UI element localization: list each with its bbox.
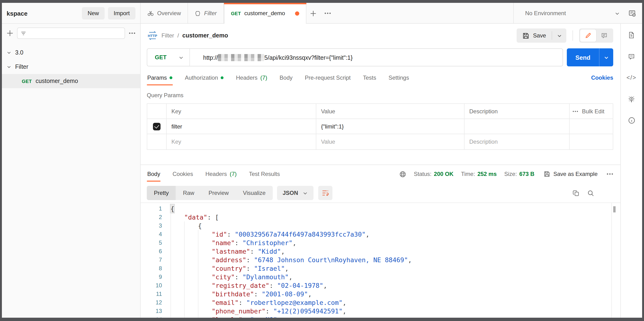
request-tab-body[interactable]: Body [279,70,293,85]
sidebar-item-3-0[interactable]: 3.0 [2,46,140,60]
send-button[interactable]: Send [567,48,599,66]
view-mode-switcher: PrettyRawPreviewVisualize [147,186,273,200]
param-placeholder-cell[interactable]: Description [464,134,570,149]
chevron-down-icon[interactable] [615,11,620,16]
format-select[interactable]: JSON [277,186,313,200]
wrap-line-button[interactable] [318,186,332,200]
globe-icon[interactable] [399,171,406,178]
request-tab-params[interactable]: Params [147,70,173,85]
search-icon[interactable] [587,190,594,197]
response-more-button[interactable] [606,173,613,175]
response-tab-test-results[interactable]: Test Results [248,167,280,182]
view-mode-pretty[interactable]: Pretty [147,186,176,200]
request-tab-pre-request-script[interactable]: Pre-request Script [304,70,351,85]
indent-guide [170,307,184,315]
indent-guide [184,290,198,298]
save-options-button[interactable] [552,29,566,43]
tab-method-label: GET [231,11,241,16]
code-token: , [308,290,312,298]
indent-guide [184,315,198,318]
sidebar-more-button[interactable] [129,32,136,34]
chevron-down-icon [302,190,308,196]
param-placeholder-cell[interactable]: Value [316,134,464,149]
tab-strip: OverviewFilterGETcustomer_demo [141,3,513,24]
code-snippet-button[interactable]: </> [624,70,638,85]
info-icon [628,117,635,124]
cookies-link[interactable]: Cookies [591,74,613,81]
sidebar-item-customer-demo[interactable]: GETcustomer_demo [2,74,140,88]
scrollbar-thumb[interactable] [613,206,616,212]
method-select[interactable]: GET [147,49,190,66]
header-count: (7) [260,74,267,81]
checkbox-checked[interactable] [153,123,160,130]
response-tab-headers[interactable]: Headers(7) [205,167,237,182]
code-token: : [254,290,262,298]
comments-button[interactable] [624,49,638,64]
line-number: 12 [147,298,162,307]
tab-overview[interactable]: Overview [141,3,188,24]
indent-guide [184,273,198,281]
environment-quick-look-icon[interactable] [628,9,636,17]
edit-mode-button[interactable] [580,29,596,42]
line-number: 14 [147,315,162,318]
tab-customer-demo[interactable]: GETcustomer_demo [224,3,306,24]
comment-button[interactable] [596,29,612,42]
sidebar-filter-box[interactable] [17,28,125,39]
tab-filter[interactable]: Filter [188,3,224,24]
view-mode-preview[interactable]: Preview [202,186,236,200]
breadcrumb-parent[interactable]: Filter [162,32,174,39]
sidebar-filter-input[interactable] [29,30,122,37]
code-line: 4"id": "000329567a744f6497a843993fcc7a30… [147,230,620,239]
code-line: 3{ [147,221,620,230]
chevron-down-icon [604,55,609,60]
info-button[interactable] [624,113,638,128]
code-line: 2"data": [ [147,213,620,221]
url-input[interactable]: http://5/api/kci93nssqxv?filter={"limit"… [190,54,352,61]
import-button[interactable]: Import [108,7,136,20]
response-tab-cookies[interactable]: Cookies [172,167,194,182]
request-tab-headers[interactable]: Headers(7) [236,70,268,85]
param-cell[interactable]: filter [167,119,316,134]
code-token: "id" [212,230,227,239]
indent-guide [184,221,198,230]
documentation-button[interactable] [624,28,638,43]
indent-guide [184,247,198,256]
view-mode-visualize[interactable]: Visualize [236,186,273,200]
param-cell[interactable]: {"limit":1} [316,119,464,134]
param-cell[interactable] [464,119,570,134]
response-body-editor[interactable]: 1{2"data": [3{4"id": "000329567a744f6497… [141,203,620,318]
code-token: , [292,239,296,247]
view-mode-raw[interactable]: Raw [176,186,202,200]
response-tab-body[interactable]: Body [147,167,161,182]
bulk-edit-button[interactable]: Bulk Edit [570,104,613,118]
code-line: 5"name": "Christopher", [147,239,620,247]
param-checkbox-cell [147,119,167,134]
code-token: "locale" [212,315,242,318]
environment-selector[interactable]: No Environment [525,10,611,17]
save-as-example-button[interactable]: Save as Example [544,171,598,177]
request-tab-settings[interactable]: Settings [388,70,410,85]
copy-button[interactable] [572,190,580,197]
indent-guide [184,298,198,307]
request-tab-authorization[interactable]: Authorization [184,70,224,85]
save-button[interactable]: Save [516,29,552,43]
breadcrumb-separator: / [177,32,179,39]
tab-options-button[interactable] [320,3,335,24]
indent-guide [198,290,212,298]
comment-icon [601,32,608,39]
param-placeholder-cell[interactable]: Key [167,134,316,149]
pull-request-hints-button[interactable] [624,91,638,107]
request-tab-tests[interactable]: Tests [362,70,377,85]
new-tab-button[interactable] [306,3,320,24]
sidebar-add-button[interactable] [7,30,13,37]
breadcrumb-name[interactable]: customer_demo [182,32,228,39]
indent-guide [198,298,212,307]
save-button-label: Save [533,32,546,39]
indent-guide [170,239,184,247]
unsaved-indicator-dot [295,11,299,16]
indent-guide [170,256,184,264]
sidebar-item-filter[interactable]: Filter [2,60,140,74]
new-button[interactable]: New [82,7,105,20]
send-options-button[interactable] [599,48,613,66]
sidebar: 3.0FilterGETcustomer_demo [2,24,141,318]
